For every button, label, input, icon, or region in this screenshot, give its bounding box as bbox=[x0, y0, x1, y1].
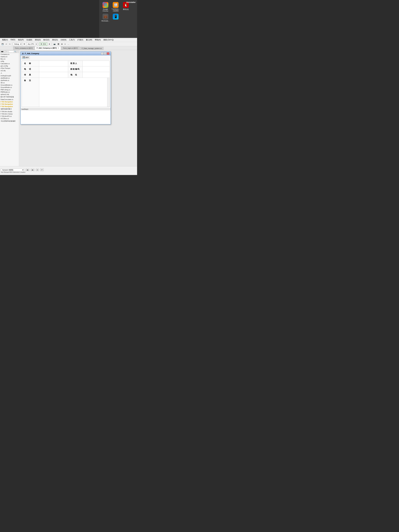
tab-f-add-company[interactable]: F_Add_Company.cs [设计] ✕ bbox=[35, 46, 61, 50]
desktop-icon-chrome[interactable]: 🌐 Google Chrome bbox=[100, 1, 111, 13]
tab-form-login[interactable]: Form_login.cs [设计] bbox=[61, 46, 79, 50]
sidebar-item-onfig[interactable]: onfig bbox=[0, 60, 19, 63]
sidebar-item-dataconculate[interactable]: DataConculate.cs bbox=[0, 98, 19, 101]
toolbar-undo-btn[interactable]: ↩ bbox=[5, 43, 8, 45]
toolbar-save-btn[interactable]: 💾 bbox=[1, 43, 4, 45]
sidebar-item-calc[interactable]: Calculator.cs bbox=[0, 63, 19, 65]
form-minimize-btn[interactable]: － bbox=[101, 52, 104, 55]
menu-window[interactable]: 窗口(W) bbox=[85, 38, 93, 41]
toolbar-more-btn[interactable]: … bbox=[67, 43, 70, 45]
sidebar-item-ending[interactable]: endingGroupN bbox=[0, 75, 19, 77]
menu-help[interactable]: 帮助(H) bbox=[94, 38, 102, 41]
sidebar-item-company[interactable]: Company.cs bbox=[0, 53, 19, 55]
desktop-icon-twindows[interactable]: 🪟 T-windows...正版密钥 bbox=[111, 1, 121, 13]
menu-build[interactable]: 生成(B) bbox=[25, 38, 33, 41]
menu-extensions[interactable]: 扩展(X) bbox=[76, 38, 84, 41]
sidebar-item-3d[interactable]: 3D.cs bbox=[0, 82, 19, 84]
form-label-name: 名 称 bbox=[22, 61, 39, 66]
sidebar-item-ra-axis[interactable]: 卡以控制RA设备轴距 bbox=[0, 120, 19, 122]
menu-git[interactable]: Git(G) bbox=[9, 38, 17, 41]
menu-search[interactable]: 搜索 (Ctrl+Q) bbox=[102, 38, 115, 41]
sidebar-item-rttest[interactable]: rtTest Tempor bbox=[0, 67, 19, 70]
desktop-icon-blueapp[interactable]: 📱 bbox=[111, 13, 121, 23]
form-close-btn[interactable]: ✕ bbox=[107, 52, 109, 55]
status-btn2[interactable]: ⏭ bbox=[31, 169, 34, 171]
form-field-contact-input[interactable] bbox=[83, 61, 110, 66]
toolbar-grid-btn[interactable]: ⊞ bbox=[61, 43, 63, 45]
form-field-address-input[interactable] bbox=[83, 72, 110, 78]
sidebar-item-armavail[interactable]: F RA Arm Availa bbox=[0, 110, 19, 113]
tab-f-data-manage[interactable]: F_Data_manage_system.cs bbox=[80, 47, 104, 50]
sidebar-item-ra-nav1[interactable]: F RA Navigation bbox=[0, 101, 19, 103]
tab-close-icon[interactable]: ✕ bbox=[58, 47, 59, 49]
menu-tools[interactable]: 工具(T) bbox=[68, 38, 76, 41]
form-field-phone-input[interactable] bbox=[39, 66, 68, 72]
sidebar-item-armload[interactable]: 域臂负载求载力 bbox=[0, 108, 19, 110]
nav-back-icon[interactable]: ◀ bbox=[1, 51, 2, 52]
sidebar-item-ubenode[interactable]: ubeNode.cs bbox=[0, 79, 19, 82]
sidebar-item-ubemodel[interactable]: ubeModel.cs bbox=[0, 77, 19, 79]
sidebar-item-groundmodel[interactable]: GroundModel.cs bbox=[0, 84, 19, 86]
sidebar-item-mpany[interactable]: mpany.cs bbox=[0, 55, 19, 58]
hot-reload-message: Hot Reload IDE Extension Loaded bbox=[1, 171, 25, 173]
sidebar-item-re2[interactable]: re2.obj bbox=[0, 70, 19, 72]
menu-view[interactable]: 视图(V) bbox=[1, 38, 9, 41]
nav-forward-icon[interactable]: ▶ bbox=[2, 51, 4, 52]
main-content: ◀ ▶ 🔍 Company.cs mpany.cs Box.cs onfig C… bbox=[0, 50, 137, 166]
blueapp-icon: 📱 bbox=[113, 14, 119, 19]
toolbar-dropdown-btn[interactable]: ▼ bbox=[23, 43, 26, 45]
sidebar-item-ra-nav3[interactable]: F RA Navigation bbox=[0, 105, 19, 108]
status-btn4[interactable]: ↩ bbox=[40, 169, 44, 171]
form-icon: 🖥 bbox=[22, 52, 24, 55]
search-icon[interactable]: 🔍 bbox=[14, 51, 16, 52]
debug-select[interactable]: Debug bbox=[13, 42, 22, 46]
pause-button[interactable]: ⏸ bbox=[48, 43, 51, 45]
desktop-area: 🌐 Google Chrome 🪟 T-windows...正版密钥 🐧 腾讯Q… bbox=[99, 0, 137, 38]
form-field-name-input[interactable] bbox=[39, 61, 68, 66]
sidebar-item-groundnode[interactable]: GroundNode.cs bbox=[0, 86, 19, 89]
desktop-icon-workstation[interactable]: 💼 Workstati... bbox=[100, 13, 111, 23]
sidebar-item-ra-nav2[interactable]: F RA Navigation bbox=[0, 103, 19, 105]
status-btn3[interactable]: ≡ bbox=[36, 169, 39, 171]
chrome-icon: 🌐 bbox=[102, 2, 108, 8]
sidebar-item-armfd[interactable]: F RA ArmFD.cs bbox=[0, 115, 19, 117]
menu-project[interactable]: 项目(P) bbox=[17, 38, 25, 41]
menu-analyze[interactable]: 分析(N) bbox=[59, 38, 68, 41]
form-body: 名 称 联系人 电 话 邮政编码 bbox=[21, 60, 111, 108]
sidebar-item-box[interactable]: Box.cs bbox=[0, 58, 19, 60]
form-label-postal: 邮政编码 bbox=[68, 66, 83, 72]
form-maximize-btn[interactable]: □ bbox=[104, 52, 107, 55]
form-save-btn[interactable]: 💾 保存 bbox=[22, 56, 30, 59]
sidebar-item-ra-device[interactable]: 航引导下的RA设备 bbox=[0, 95, 19, 98]
xamarin-select[interactable]: Xamarin 热重装 bbox=[1, 168, 24, 171]
sidebar-item-ges[interactable]: ges.config bbox=[0, 65, 19, 67]
notes-scrollbar[interactable] bbox=[107, 78, 109, 107]
tab-bar: Form_company.cs [设计] F_Add_Company.cs [设… bbox=[0, 46, 137, 50]
menu-test[interactable]: 测试(S) bbox=[51, 38, 59, 41]
form-grid: 名 称 联系人 电 话 邮政编码 bbox=[22, 61, 110, 107]
toolbar-img-btn[interactable]: 🖼 bbox=[57, 43, 60, 45]
sidebar-item-uccbox[interactable]: UCCBox.cs bbox=[0, 117, 19, 120]
form-label-notes: 备 注 bbox=[22, 78, 39, 107]
menu-bar: 视图(V) Git(G) 项目(P) 生成(B) 调试(D) 格式(O) 测试(… bbox=[0, 38, 137, 42]
sidebar-item-armclamp[interactable]: F RA Arm Clamp bbox=[0, 113, 19, 115]
form-titlebar: 🖥 F_Add_Company － □ ✕ bbox=[21, 52, 111, 55]
menu-debug[interactable]: 调试(D) bbox=[34, 38, 42, 41]
sidebar-item-pbrnode[interactable]: PBRNode.cs bbox=[0, 91, 19, 93]
sidebar-search-input[interactable] bbox=[4, 51, 14, 53]
start-button[interactable]: ▶ 启动 bbox=[39, 43, 47, 46]
toolbar-redo-btn[interactable]: ↪ bbox=[8, 43, 11, 45]
status-btn1[interactable]: ⏮ bbox=[26, 169, 29, 171]
tab-form-company[interactable]: Form_company.cs [设计] bbox=[13, 46, 35, 50]
form-field-postal-input[interactable] bbox=[83, 66, 110, 72]
sidebar: ◀ ▶ 🔍 Company.cs mpany.cs Box.cs onfig C… bbox=[0, 50, 19, 166]
cpu-select[interactable]: Any CPU bbox=[26, 42, 38, 46]
toolbar-cam-btn[interactable]: 📷 bbox=[53, 43, 56, 45]
menu-format[interactable]: 格式(O) bbox=[42, 38, 51, 41]
sidebar-item-pbrstring[interactable]: PBR string.cs bbox=[0, 89, 19, 91]
form-notes-input[interactable] bbox=[39, 78, 109, 107]
form-field-fax-input[interactable] bbox=[39, 72, 68, 78]
sidebar-item-sphere2[interactable]: sphere2.obj bbox=[0, 93, 19, 95]
toolbar-align-btn[interactable]: ≡ bbox=[64, 43, 66, 45]
sidebar-item-person[interactable]: 人 bbox=[0, 72, 19, 75]
